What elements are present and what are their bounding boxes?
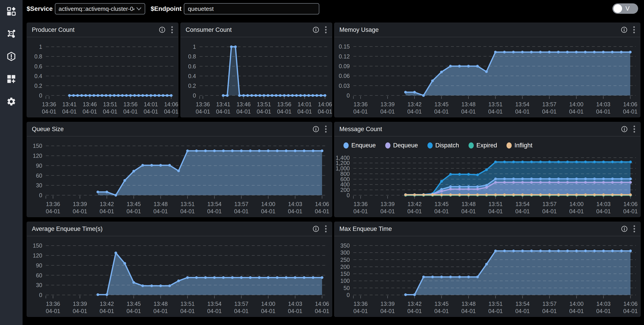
panel-body: 030609012015013:3604-0113:3904-0113:4204… [27,236,332,317]
svg-text:13:57: 13:57 [542,301,556,307]
legend-dot [428,142,433,148]
svg-text:0.8: 0.8 [188,53,196,60]
legend-dot [506,142,512,148]
panel-header: Message Count [334,122,640,137]
info-icon[interactable] [312,126,319,132]
legend-item-enqueue[interactable]: Enqueue [344,142,376,149]
info-icon[interactable] [621,226,628,232]
service-select[interactable]: activemq::activemq-cluster-040 [55,3,145,14]
legend-item-inflight[interactable]: Inflight [506,142,532,149]
svg-text:14:01: 14:01 [144,101,158,107]
svg-text:13:36: 13:36 [354,201,368,207]
info-icon[interactable] [159,26,166,33]
chart-memory-usage[interactable]: 00.030.060.090.120.1513:3604-0113:3904-0… [334,37,640,117]
kebab-menu-icon[interactable] [325,26,327,34]
svg-text:04-01: 04-01 [515,308,530,314]
legend-dot [344,142,349,148]
svg-text:300: 300 [340,249,350,256]
svg-text:13:46: 13:46 [83,101,97,107]
info-icon[interactable] [621,26,628,33]
svg-text:200: 200 [340,264,350,270]
svg-text:14:01: 14:01 [298,101,312,107]
kebab-menu-icon[interactable] [171,26,173,34]
info-icon[interactable] [312,26,319,33]
svg-text:13:42: 13:42 [408,301,422,307]
legend-item-expired[interactable]: Expired [468,142,497,149]
sidebar-item-add-panel[interactable] [6,74,17,84]
svg-text:04-01: 04-01 [207,208,222,214]
chart-average-enqueue-time[interactable]: 030609012015013:3604-0113:3904-0113:4204… [27,236,332,317]
svg-text:04-01: 04-01 [488,108,503,115]
variables-toggle[interactable]: V [612,3,638,14]
sidebar-item-apps[interactable] [6,6,17,17]
dashboard-row-1: Producer Count 00.20.40.60.8113:3604-011… [27,22,644,117]
svg-text:04-01: 04-01 [288,208,302,214]
legend-item-dispatch[interactable]: Dispatch [428,142,459,149]
svg-text:0.6: 0.6 [188,63,196,69]
svg-text:13:48: 13:48 [462,301,476,307]
svg-text:13:56: 13:56 [124,101,138,107]
svg-text:13:41: 13:41 [216,101,230,107]
chevron-down-icon [136,7,142,10]
panel-header: Consumer Count [181,23,332,37]
svg-text:13:36: 13:36 [196,101,210,107]
endpoint-input[interactable] [184,3,319,14]
svg-text:14:00: 14:00 [569,101,584,107]
panel-body: 030609012015013:3604-0113:3904-0113:4204… [27,137,332,217]
svg-text:60: 60 [36,172,42,179]
svg-text:04-01: 04-01 [461,208,476,214]
kebab-menu-icon[interactable] [633,26,635,34]
svg-text:13:51: 13:51 [488,201,503,207]
svg-text:14:00: 14:00 [570,201,584,207]
svg-text:04-01: 04-01 [461,108,476,115]
legend: EnqueueDequeueDispatchExpiredInflight [334,137,640,150]
svg-text:04-01: 04-01 [236,108,251,115]
svg-text:0.03: 0.03 [339,83,350,89]
panel-body: 00.20.40.60.8113:3604-0113:4104-0113:460… [27,37,178,117]
topology-icon [6,29,16,38]
settings-gear-icon [6,97,16,106]
svg-text:13:39: 13:39 [73,201,87,207]
svg-text:120: 120 [33,252,42,259]
svg-text:04-01: 04-01 [623,308,638,314]
chart-producer-count[interactable]: 00.20.40.60.8113:3604-0113:4104-0113:460… [27,37,178,117]
chart-consumer-count[interactable]: 00.20.40.60.8113:3604-0113:4104-0113:460… [181,37,332,117]
svg-text:04-01: 04-01 [623,208,638,214]
dashboard-row-2: Queue Size 030609012015013:3604-0113:390… [27,122,644,217]
toggle-knob [614,4,622,13]
svg-text:04-01: 04-01 [123,108,138,115]
info-icon[interactable] [621,126,628,132]
svg-text:250: 250 [340,257,350,263]
svg-text:04-01: 04-01 [354,108,368,115]
svg-text:60: 60 [36,272,42,279]
chart-max-enqueue-time[interactable]: 05010015020025030035013:3604-0113:3904-0… [334,236,640,317]
svg-text:04-01: 04-01 [596,108,610,115]
svg-text:13:51: 13:51 [257,101,271,107]
panel-header: Queue Size [27,122,332,137]
svg-text:350: 350 [340,242,350,249]
kebab-menu-icon[interactable] [633,125,636,133]
svg-text:0: 0 [39,92,42,99]
svg-text:13:51: 13:51 [180,301,195,307]
kebab-menu-icon[interactable] [325,125,327,133]
kebab-menu-icon[interactable] [633,225,636,233]
svg-text:13:42: 13:42 [100,301,114,307]
legend-item-dequeue[interactable]: Dequeue [385,142,418,149]
chart-queue-size[interactable]: 030609012015013:3604-0113:3904-0113:4204… [27,137,332,217]
kebab-menu-icon[interactable] [325,225,327,233]
svg-text:0.12: 0.12 [339,53,350,60]
sidebar-item-alerts[interactable] [6,51,17,62]
info-icon[interactable] [312,226,319,232]
svg-text:14:00: 14:00 [261,201,276,207]
svg-text:14:03: 14:03 [596,101,610,107]
svg-text:13:39: 13:39 [380,101,395,107]
svg-text:0.6: 0.6 [34,63,42,69]
panel-body: 05010015020025030035013:3604-0113:3904-0… [334,236,640,317]
svg-text:13:36: 13:36 [46,201,60,207]
sidebar-item-settings[interactable] [6,96,17,107]
sidebar [0,0,22,325]
sidebar-item-topology[interactable] [6,28,17,39]
svg-text:04-01: 04-01 [354,208,368,214]
panel-title: Memoy Usage [340,26,621,33]
chart-message-count[interactable]: 02004006008001,0001,2001,40013:3604-0113… [334,150,640,217]
